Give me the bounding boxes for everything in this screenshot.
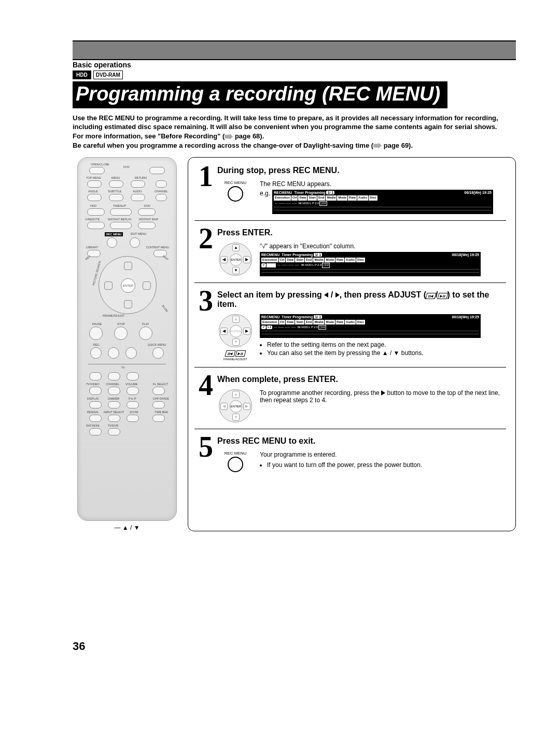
remote-control-illustration: OPEN/CLOSE DVD TOP MENU MENU RETURN ANGL… [77,157,177,521]
page-number: 36 [73,640,85,653]
menu-dashes: --- ------ --:-- --:-- [274,202,298,205]
remote-zoom-button [127,415,139,422]
remote-tv-vol-down-button [127,387,139,395]
dpad-up-icon: ▲ [232,391,240,398]
separator [194,429,506,429]
remote-label: FL SELECT [153,383,168,386]
remote-label: REV [85,255,91,261]
page-content: Basic operations HDD DVD-RAM Programming… [73,58,516,531]
rec-menu-button-icon [228,457,243,472]
adjust-prev-icon: ıı◂ [425,293,436,299]
intro-line1: Use the REC MENU to programme a recordin… [73,114,498,131]
step-number: 5 [194,434,217,473]
menu-datetime: 06/18(We) 19:25 [465,191,492,195]
menu-rec: REC [261,315,269,319]
col: Date [286,258,295,262]
remote-edit-menu-button [130,237,140,248]
remote-instant-replay-button [110,222,132,229]
remote-tv-vol-up-button [127,372,139,380]
adjust-next-icon: ▸ıı [437,293,448,299]
rec-menu-button-icon [228,186,243,202]
check-icon: ✓ [261,263,266,267]
remote-label: AUDIO [133,190,142,193]
col-media: Media [326,195,337,200]
remote-label: INSTANT REPLAY [108,218,132,221]
remote-label: INSTANT SKIP [139,218,158,221]
dpad-left-icon: ◀ [220,256,228,263]
remote-rec-button [90,347,102,359]
menu-menu: MENU [269,253,280,257]
remote-audio-button [131,194,145,201]
timer-menu-preview-1: RECMENU Timer Programing 1/ 1 06/18(We) … [272,190,493,214]
remote-timeslip-button [110,208,132,216]
remote-rec-menu-button [107,237,117,248]
remote-label: OPEN/CLOSE [91,163,109,166]
step-5: 5 Press REC MENU to exit. REC MENU Your … [194,434,506,473]
remote-topmenu-button [87,180,102,188]
col: Rate [335,258,344,262]
remote-quick-menu-button [152,347,164,359]
menu-audio: D2 [321,326,325,329]
timer-menu-preview-3: RECMENU Timer Programing 1/ 1 06/18(We) … [260,314,481,338]
col: Execution [261,258,278,262]
separator [194,367,506,368]
eg-label: e.g. [260,190,270,197]
col: Start [295,258,304,262]
menu-ch-l1: L1 [267,326,272,329]
remote-vremote-button [87,222,105,229]
remote-label: TV/DVR [108,424,118,427]
remote-ch-up-button [156,180,167,188]
menu-mode: L P [309,326,313,329]
remote-ch-down-button [156,194,167,201]
right-triangle-icon [381,390,385,395]
icon-label: REC MENU [217,180,254,185]
remote-dpad-right [143,281,151,290]
separator [194,282,506,283]
menu-rec: REC [274,191,282,194]
remote-subtitle-button [109,194,123,201]
remote-label: TIMESLIP [113,204,126,207]
remote-label: ANGLE [88,190,98,193]
step-title: Press REC MENU to exit. [217,436,506,446]
dpad-right-icon: ▶ [243,403,250,410]
remote-label: DVD [123,165,130,168]
bullet: Refer to the setting items on the next p… [267,341,506,348]
menu-datetime: 06/18(We) 19:25 [452,315,479,319]
remote-power-button [149,167,165,174]
menu-index: 1/ 1 [326,191,334,194]
col: Date [286,320,295,324]
remote-label: DVD [144,204,150,207]
col-end: End [317,195,325,200]
remote-label: SKIP [162,255,169,261]
enter-dpad-icon: ENTER ▲ ▼ ◀ ▶ [217,243,254,276]
remote-instant-skip-button [138,222,156,229]
dpad-enter-dim: ENTER [230,325,242,337]
menu-label: Timer Programing [282,253,313,257]
remote-label: STOP [117,322,125,326]
remote-dvd-button [138,208,156,216]
remote-tv-ch-down-button [108,387,120,395]
remote-display-button [89,401,102,408]
separator [194,220,506,221]
bullet: If you want to turn off the power, press… [267,461,506,469]
remote-remain-button [89,415,102,422]
check-icon: ✓ [261,326,266,329]
section-label: Basic operations [73,58,516,70]
adjust-next-icon: ▸ıı [235,350,246,357]
remote-label: TOP MENU [86,176,101,179]
col-audio: Audio [357,195,368,200]
remote-column: OPEN/CLOSE DVD TOP MENU MENU RETURN ANGL… [73,157,181,531]
step-4: 4 When complete, press ENTER. ENTER ▲ ▼ … [194,373,506,422]
col: Mode [325,258,335,262]
right-triangle-icon [335,292,340,298]
remote-label: TV/VIDEO [86,383,100,386]
remote-timebar-button [152,415,165,422]
step-3: 3 Select an item by pressing / , then pr… [194,288,506,361]
dpad-adjust-icon: ENTER ▲ ▼ ◀ ▶ ıı◂ ▸ıı FRA [217,314,254,361]
rec-menu-icon-block: REC MENU [217,180,254,203]
menu-datetime: 06/18(We) 19:25 [452,253,479,257]
dpad-left-icon: ◀ [220,328,228,335]
remote-label: CHP DIVIDE [153,397,169,400]
dpad-right-icon: ▶ [243,256,250,263]
media-badges: HDD DVD-RAM [73,70,516,79]
